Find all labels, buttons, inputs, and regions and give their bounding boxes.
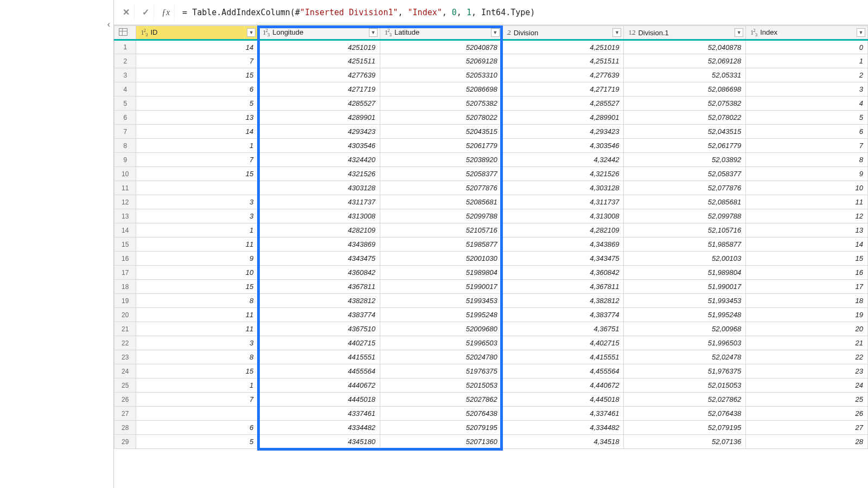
cell-div1[interactable]: 52,061779	[624, 139, 746, 153]
table-row[interactable]: 20114383774519952484,38377451,99524819	[114, 308, 868, 322]
cell-div[interactable]: 4,343475	[502, 252, 624, 266]
cell-idx[interactable]: 23	[746, 364, 868, 378]
cell-idx[interactable]: 24	[746, 378, 868, 393]
cell-lon[interactable]: 4293423	[258, 125, 380, 139]
cell-div1[interactable]: 51,995248	[624, 308, 746, 322]
table-row[interactable]: 2674445018520278624,44501852,02786225	[114, 393, 868, 407]
cell-div[interactable]: 4,282109	[502, 223, 624, 237]
cell-idx[interactable]: 1	[746, 54, 868, 68]
row-number[interactable]: 2	[114, 54, 136, 68]
table-row[interactable]: 2514440672520150534,44067252,01505324	[114, 378, 868, 393]
cell-idx[interactable]: 0	[746, 40, 868, 54]
table-row[interactable]: 1234311737520856814,31173752,08568111	[114, 195, 868, 209]
fx-icon[interactable]: ƒx	[157, 4, 175, 21]
column-header-div[interactable]: .2 Division▼	[502, 26, 624, 40]
cell-idx[interactable]: 2	[746, 68, 868, 82]
cell-div1[interactable]: 52,07136	[624, 435, 746, 449]
table-row[interactable]: 1694343475520010304,34347552,0010315	[114, 252, 868, 266]
table-row[interactable]: 1334313008520997884,31300852,09978812	[114, 209, 868, 223]
row-number[interactable]: 8	[114, 139, 136, 153]
column-header-div1[interactable]: 1.2Division.1▼	[624, 26, 746, 40]
cell-div[interactable]: 4,445018	[502, 393, 624, 407]
cell-div1[interactable]: 52,040878	[624, 40, 746, 54]
cell-lat[interactable]: 52075382	[380, 97, 502, 111]
cell-id[interactable]: 10	[136, 266, 258, 280]
cell-div[interactable]: 4,293423	[502, 125, 624, 139]
cell-id[interactable]: 6	[136, 421, 258, 435]
cell-lat[interactable]: 52061779	[380, 139, 502, 153]
cell-lat[interactable]: 52009680	[380, 322, 502, 336]
cell-div[interactable]: 4,311737	[502, 195, 624, 209]
cell-lon[interactable]: 4285527	[258, 97, 380, 111]
cell-lon[interactable]: 4455564	[258, 364, 380, 378]
cell-div[interactable]: 4,382812	[502, 294, 624, 308]
cell-lat[interactable]: 52027862	[380, 393, 502, 407]
cell-lon[interactable]: 4367811	[258, 280, 380, 294]
cell-id[interactable]: 7	[136, 54, 258, 68]
cell-div[interactable]: 4,455564	[502, 364, 624, 378]
table-row[interactable]: 114303128520778764,30312852,07787610	[114, 181, 868, 195]
cell-lon[interactable]: 4402715	[258, 336, 380, 350]
row-number[interactable]: 24	[114, 364, 136, 378]
cell-lat[interactable]: 52038920	[380, 153, 502, 167]
cell-lon[interactable]: 4440672	[258, 378, 380, 393]
cell-lat[interactable]: 51985877	[380, 237, 502, 252]
cell-div1[interactable]: 52,00103	[624, 252, 746, 266]
cell-lat[interactable]: 52076438	[380, 407, 502, 421]
cell-id[interactable]: 15	[136, 68, 258, 82]
cell-id[interactable]: 8	[136, 350, 258, 364]
cell-idx[interactable]: 8	[746, 153, 868, 167]
cell-lat[interactable]: 52079195	[380, 421, 502, 435]
cell-lon[interactable]: 4367510	[258, 322, 380, 336]
cell-lat[interactable]: 52015053	[380, 378, 502, 393]
cell-div[interactable]: 4,303128	[502, 181, 624, 195]
table-row[interactable]: 2234402715519965034,40271551,99650321	[114, 336, 868, 350]
cell-div[interactable]: 4,334482	[502, 421, 624, 435]
cell-id[interactable]: 15	[136, 167, 258, 181]
row-number[interactable]: 7	[114, 125, 136, 139]
cell-lat[interactable]: 52069128	[380, 54, 502, 68]
cell-idx[interactable]: 28	[746, 435, 868, 449]
cell-div1[interactable]: 51,985877	[624, 237, 746, 252]
cell-div[interactable]: 4,303546	[502, 139, 624, 153]
table-row[interactable]: 464271719520866984,27171952,0866983	[114, 82, 868, 97]
commit-formula-button[interactable]: ✓	[138, 4, 154, 21]
column-header-idx[interactable]: 123Index▼	[746, 26, 868, 40]
row-number[interactable]: 27	[114, 407, 136, 421]
cell-idx[interactable]: 21	[746, 336, 868, 350]
cell-div1[interactable]: 52,02478	[624, 350, 746, 364]
cell-lon[interactable]: 4271719	[258, 82, 380, 97]
row-number[interactable]: 4	[114, 82, 136, 97]
cell-lat[interactable]: 51990017	[380, 280, 502, 294]
cell-div1[interactable]: 52,077876	[624, 181, 746, 195]
table-row[interactable]: 18154367811519900174,36781151,99001717	[114, 280, 868, 294]
cell-div1[interactable]: 52,043515	[624, 125, 746, 139]
row-number[interactable]: 29	[114, 435, 136, 449]
cell-id[interactable]: 9	[136, 252, 258, 266]
cell-id[interactable]: 5	[136, 97, 258, 111]
cell-div[interactable]: 4,251019	[502, 40, 624, 54]
column-filter-dropdown[interactable]: ▼	[247, 28, 256, 37]
cell-id[interactable]: 3	[136, 209, 258, 223]
formula-input[interactable]: = Table.AddIndexColumn(#"Inserted Divisi…	[178, 5, 864, 20]
cell-lon[interactable]: 4282109	[258, 223, 380, 237]
cell-lon[interactable]: 4313008	[258, 209, 380, 223]
cell-id[interactable]	[136, 407, 258, 421]
table-row[interactable]: 15114343869519858774,34386951,98587714	[114, 237, 868, 252]
cell-lon[interactable]: 4334482	[258, 421, 380, 435]
cancel-formula-button[interactable]: ✕	[118, 4, 135, 21]
row-number[interactable]: 18	[114, 280, 136, 294]
table-row[interactable]: 1984382812519934534,38281251,99345318	[114, 294, 868, 308]
table-row[interactable]: 974324420520389204,3244252,038928	[114, 153, 868, 167]
cell-lat[interactable]: 52105716	[380, 223, 502, 237]
cell-id[interactable]: 3	[136, 195, 258, 209]
cell-id[interactable]: 15	[136, 280, 258, 294]
cell-lon[interactable]: 4445018	[258, 393, 380, 407]
cell-idx[interactable]: 20	[746, 322, 868, 336]
cell-lon[interactable]: 4303546	[258, 139, 380, 153]
table-row[interactable]: 274337461520764384,33746152,07643826	[114, 407, 868, 421]
cell-div1[interactable]: 52,03892	[624, 153, 746, 167]
cell-div[interactable]: 4,337461	[502, 407, 624, 421]
cell-div1[interactable]: 52,00968	[624, 322, 746, 336]
cell-div[interactable]: 4,415551	[502, 350, 624, 364]
